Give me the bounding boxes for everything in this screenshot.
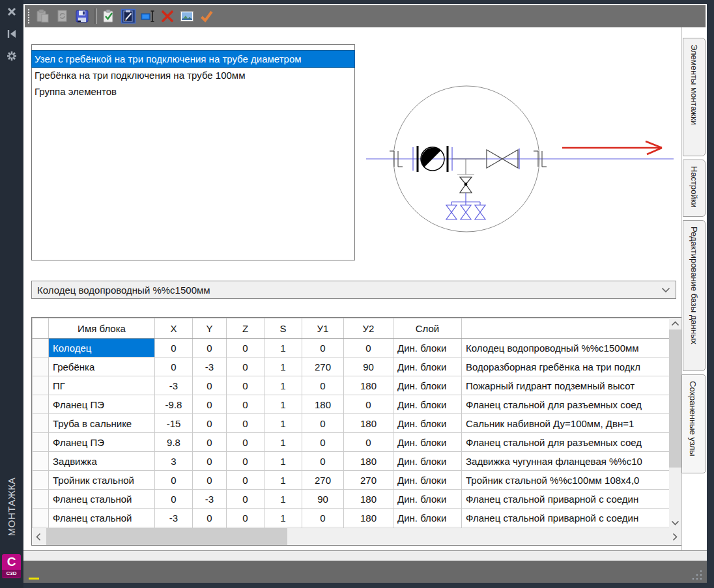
table-cell[interactable]: 0: [227, 414, 264, 433]
properties-icon[interactable]: [5, 49, 18, 63]
table-cell[interactable]: 0: [302, 339, 344, 357]
row-header[interactable]: [33, 376, 49, 395]
table-cell[interactable]: -3: [193, 490, 227, 509]
table-cell[interactable]: Дин. блоки: [393, 471, 462, 490]
table-cell[interactable]: Пожарный гидрант подземный высот: [462, 376, 670, 395]
row-header[interactable]: [33, 395, 49, 414]
tab-database-editing[interactable]: Редактирование базы данных: [683, 220, 706, 371]
toolbar-grip-icon[interactable]: [27, 7, 32, 25]
table-cell[interactable]: Фланец стальной: [49, 490, 155, 509]
table-cell[interactable]: Фланец стальной: [49, 509, 155, 527]
table-cell[interactable]: 1: [264, 509, 302, 527]
table-cell[interactable]: Дин. блоки: [393, 452, 462, 471]
table-cell[interactable]: Фланец стальной приварной с соедин: [462, 509, 670, 527]
table-cell[interactable]: Задвижка чугунная фланцевая %%c10: [462, 452, 670, 471]
table-cell[interactable]: 0: [227, 509, 264, 527]
table-cell[interactable]: 1: [264, 433, 302, 452]
table-cell[interactable]: 90: [344, 357, 393, 376]
row-header[interactable]: [33, 490, 49, 509]
paste-icon[interactable]: [35, 8, 51, 25]
column-header[interactable]: [33, 318, 49, 339]
table-cell[interactable]: 1: [264, 357, 302, 376]
table-cell[interactable]: 0: [155, 357, 193, 376]
table-cell[interactable]: 1: [264, 452, 302, 471]
table-cell[interactable]: 0: [193, 452, 227, 471]
table-cell[interactable]: 1: [264, 490, 302, 509]
table-cell[interactable]: Колодец водопроводный %%c1500мм: [462, 339, 670, 357]
row-header[interactable]: [33, 471, 49, 490]
block-description-combobox[interactable]: Колодец водопроводный %%c1500мм: [31, 281, 676, 299]
resize-grip-icon[interactable]: [691, 569, 703, 581]
saved-nodes-list[interactable]: Узел с гребёнкой на три подключения на т…: [31, 44, 355, 260]
table-cell[interactable]: Дин. блоки: [393, 490, 462, 509]
command-line[interactable]: [23, 561, 707, 583]
table-cell[interactable]: 0: [193, 395, 227, 414]
column-header[interactable]: S: [264, 318, 302, 339]
table-cell[interactable]: 0: [193, 433, 227, 452]
table-cell[interactable]: Дин. блоки: [393, 339, 462, 357]
tab-saved-nodes[interactable]: Сохраненные узлы: [681, 374, 706, 473]
table-cell[interactable]: 1: [264, 376, 302, 395]
table-cell[interactable]: 0: [227, 339, 264, 357]
tab-mounting-elements[interactable]: Элементы монтажки: [683, 38, 706, 156]
table-cell[interactable]: Дин. блоки: [393, 509, 462, 527]
table-cell[interactable]: -3: [155, 376, 193, 395]
list-item[interactable]: Группа элементов: [32, 83, 354, 100]
save-icon[interactable]: [74, 8, 91, 25]
column-header[interactable]: Y: [193, 318, 227, 339]
row-header[interactable]: [33, 339, 49, 357]
table-cell[interactable]: Гребёнка: [49, 357, 155, 376]
table-cell[interactable]: Дин. блоки: [393, 357, 462, 376]
table-cell[interactable]: 0: [227, 452, 264, 471]
apply-icon[interactable]: [198, 8, 215, 25]
refresh-icon[interactable]: [54, 8, 71, 25]
table-cell[interactable]: 1: [264, 471, 302, 490]
column-header[interactable]: У2: [344, 318, 393, 339]
table-cell[interactable]: 0: [302, 509, 344, 527]
column-header[interactable]: Z: [227, 318, 264, 339]
palette-title-bar[interactable]: МОНТАЖКА C C3D: [0, 0, 23, 588]
table-cell[interactable]: 1: [264, 395, 302, 414]
table-cell[interactable]: 180: [344, 376, 393, 395]
table-cell[interactable]: -9.8: [155, 395, 193, 414]
table-cell[interactable]: 1: [264, 339, 302, 357]
table-cell[interactable]: Тройник стальной: [49, 471, 155, 490]
table-cell[interactable]: 180: [302, 395, 344, 414]
table-cell[interactable]: 270: [302, 471, 344, 490]
table-cell[interactable]: Сальник набивной Ду=100мм, Двн=1: [462, 414, 670, 433]
table-cell[interactable]: 0: [193, 414, 227, 433]
table-cell[interactable]: 0: [193, 509, 227, 527]
table-cell[interactable]: Колодец: [49, 339, 155, 357]
row-header[interactable]: [33, 414, 49, 433]
column-header[interactable]: У1: [302, 318, 344, 339]
horizontal-scroll-thumb[interactable]: [46, 528, 287, 545]
row-header[interactable]: [33, 433, 49, 452]
table-cell[interactable]: 180: [344, 509, 393, 527]
edit-clipboard-icon[interactable]: [120, 8, 137, 25]
table-cell[interactable]: 0: [302, 414, 344, 433]
table-cell[interactable]: 0: [227, 471, 264, 490]
list-item[interactable]: Гребёнка на три подключения на трубе 100…: [32, 67, 354, 83]
table-cell[interactable]: 9.8: [155, 433, 193, 452]
table-cell[interactable]: 0: [227, 395, 264, 414]
table-cell[interactable]: -3: [193, 357, 227, 376]
column-header[interactable]: Слой: [393, 318, 462, 339]
column-header[interactable]: [462, 318, 670, 339]
table-cell[interactable]: 0: [344, 433, 393, 452]
table-cell[interactable]: Фланец стальной для разъемных соед: [462, 395, 670, 414]
table-cell[interactable]: ПГ: [49, 376, 155, 395]
table-cell[interactable]: 0: [193, 471, 227, 490]
table-cell[interactable]: 0: [302, 376, 344, 395]
horizontal-scrollbar[interactable]: [32, 528, 681, 545]
table-cell[interactable]: 1: [264, 414, 302, 433]
table-cell[interactable]: Задвижка: [49, 452, 155, 471]
table-cell[interactable]: Дин. блоки: [393, 376, 462, 395]
close-icon[interactable]: [5, 5, 18, 18]
table-cell[interactable]: 0: [227, 376, 264, 395]
table-cell[interactable]: Фланец стальной приварной с соедин: [462, 490, 670, 509]
table-cell[interactable]: 0: [155, 471, 193, 490]
scroll-left-icon[interactable]: [32, 528, 45, 545]
table-cell[interactable]: 270: [302, 357, 344, 376]
table-cell[interactable]: 0: [344, 339, 393, 357]
row-header[interactable]: [33, 509, 49, 527]
